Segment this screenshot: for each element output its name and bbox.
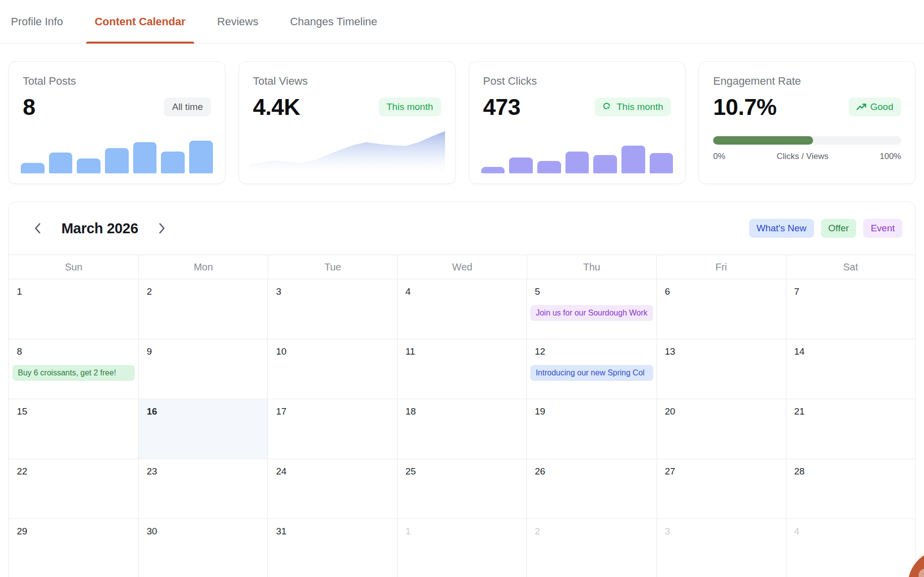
next-month-button[interactable]	[153, 219, 171, 237]
calendar-day-cell[interactable]: 14	[786, 339, 915, 399]
calendar-day-cell[interactable]: 2	[526, 519, 657, 577]
calendar-day-cell[interactable]: 27	[657, 459, 786, 519]
progress-min-label: 0%	[713, 152, 725, 161]
calendar-day-cell[interactable]: 3	[657, 519, 786, 577]
calendar-day-cell[interactable]: 16	[138, 399, 267, 459]
calendar-day-cell[interactable]: 6	[657, 279, 786, 339]
day-number: 31	[268, 519, 397, 537]
calendar-day-cell[interactable]: 11	[397, 339, 526, 399]
calendar-header: March 2026 What's New Offer Event	[9, 202, 915, 255]
calendar-day-cell[interactable]: 24	[267, 459, 397, 519]
tab-changes-timeline[interactable]: Changes Timeline	[282, 0, 386, 43]
progress-max-label: 100%	[880, 152, 901, 161]
mini-bar	[509, 157, 533, 173]
calendar-day-cell[interactable]: 5Join us for our Sourdough Work	[526, 279, 657, 339]
day-number: 3	[657, 519, 786, 537]
weekday-label: Tue	[268, 255, 397, 279]
post-clicks-period-badge: This month	[595, 98, 671, 116]
calendar-day-cell[interactable]: 18	[397, 399, 526, 459]
day-number: 1	[9, 279, 138, 297]
total-posts-title: Total Posts	[23, 75, 211, 88]
day-number: 24	[268, 459, 397, 477]
day-number: 8	[9, 339, 138, 357]
mini-bar	[189, 141, 213, 173]
total-views-card: Total Views 4.4K This month	[239, 61, 456, 184]
calendar-day-cell[interactable]: 23	[138, 459, 267, 519]
day-number: 25	[398, 459, 526, 477]
day-number: 18	[398, 399, 526, 417]
tab-bar: Profile Info Content Calendar Reviews Ch…	[0, 0, 924, 44]
total-posts-mini-bar-chart	[21, 141, 213, 173]
calendar-day-cell[interactable]: 26	[526, 459, 657, 519]
weekday-label: Thu	[527, 255, 656, 279]
mini-bar	[133, 142, 157, 173]
calendar-day-cell[interactable]: 17	[267, 399, 397, 459]
calendar-day-cell[interactable]: 31	[267, 519, 397, 577]
calendar-day-cell[interactable]: 19	[526, 399, 657, 459]
mini-bar	[105, 148, 129, 173]
calendar-legend: What's New Offer Event	[749, 219, 902, 238]
post-clicks-value: 473	[483, 96, 520, 118]
calendar-day-cell[interactable]: 10	[267, 339, 397, 399]
total-views-value: 4.4K	[253, 96, 300, 118]
day-number: 2	[527, 519, 657, 537]
engagement-status-badge: Good	[849, 98, 901, 116]
calendar-day-cell[interactable]: 20	[657, 399, 786, 459]
calendar-day-cell[interactable]: 7	[786, 279, 915, 339]
calendar-day-cell[interactable]: 1	[397, 519, 526, 577]
engagement-rate-card: Engagement Rate 10.7% Good 0% Clicks / V…	[699, 61, 916, 184]
mini-bar	[565, 152, 589, 173]
calendar-day-cell[interactable]: 25	[397, 459, 526, 519]
calendar-month-title: March 2026	[61, 220, 138, 237]
calendar-day-cell[interactable]: 4	[786, 519, 915, 577]
calendar-event-pill[interactable]: Buy 6 croissants, get 2 free!	[12, 365, 135, 381]
day-number: 21	[786, 399, 915, 417]
tab-content-calendar[interactable]: Content Calendar	[86, 0, 194, 43]
calendar-day-cell[interactable]: 8Buy 6 croissants, get 2 free!	[9, 339, 138, 399]
calendar-day-cell[interactable]: 21	[786, 399, 915, 459]
day-number: 23	[139, 459, 267, 477]
day-number: 27	[657, 459, 786, 477]
mini-bar	[593, 155, 617, 173]
calendar-grid: 12345Join us for our Sourdough Work678Bu…	[9, 279, 915, 577]
calendar-day-cell[interactable]: 30	[138, 519, 267, 577]
calendar-event-pill[interactable]: Join us for our Sourdough Work	[530, 305, 653, 321]
prev-month-button[interactable]	[29, 219, 47, 237]
day-number: 19	[527, 399, 657, 417]
tab-profile-info[interactable]: Profile Info	[2, 0, 71, 43]
day-number: 29	[9, 519, 138, 537]
total-views-period-badge: This month	[379, 98, 441, 116]
day-number: 28	[786, 459, 915, 477]
tab-reviews[interactable]: Reviews	[209, 0, 267, 43]
calendar-day-cell[interactable]: 28	[786, 459, 915, 519]
day-number: 6	[657, 279, 786, 297]
progress-center-label: Clicks / Views	[776, 152, 828, 161]
calendar-day-cell[interactable]: 2	[138, 279, 267, 339]
post-clicks-title: Post Clicks	[483, 75, 671, 88]
day-number: 22	[9, 459, 138, 477]
day-number: 1	[398, 519, 526, 537]
post-clicks-period-label: This month	[616, 102, 663, 112]
calendar-day-cell[interactable]: 3	[267, 279, 397, 339]
calendar-event-pill[interactable]: Introducing our new Spring Col	[530, 365, 653, 381]
fab-icon	[919, 569, 924, 577]
day-number: 10	[268, 339, 397, 357]
total-posts-period-badge: All time	[164, 98, 210, 116]
calendar-day-cell[interactable]: 13	[657, 339, 786, 399]
engagement-rate-value: 10.7%	[713, 96, 776, 118]
calendar-day-cell[interactable]: 22	[9, 459, 138, 519]
calendar-day-cell[interactable]: 29	[9, 519, 138, 577]
stats-row: Total Posts 8 All time Total Views 4.4K …	[8, 61, 916, 184]
calendar-day-cell[interactable]: 15	[9, 399, 138, 459]
calendar-day-cell[interactable]: 1	[9, 279, 138, 339]
day-number: 11	[398, 339, 526, 357]
weekday-label: Sat	[786, 255, 915, 279]
calendar-day-cell[interactable]: 12Introducing our new Spring Col	[526, 339, 657, 399]
total-views-title: Total Views	[253, 75, 441, 88]
day-number: 13	[657, 339, 786, 357]
calendar-day-cell[interactable]: 4	[397, 279, 526, 339]
mini-bar	[77, 158, 101, 173]
legend-whats-new: What's New	[749, 219, 814, 238]
engagement-progress-fill	[713, 136, 813, 145]
calendar-day-cell[interactable]: 9	[138, 339, 267, 399]
